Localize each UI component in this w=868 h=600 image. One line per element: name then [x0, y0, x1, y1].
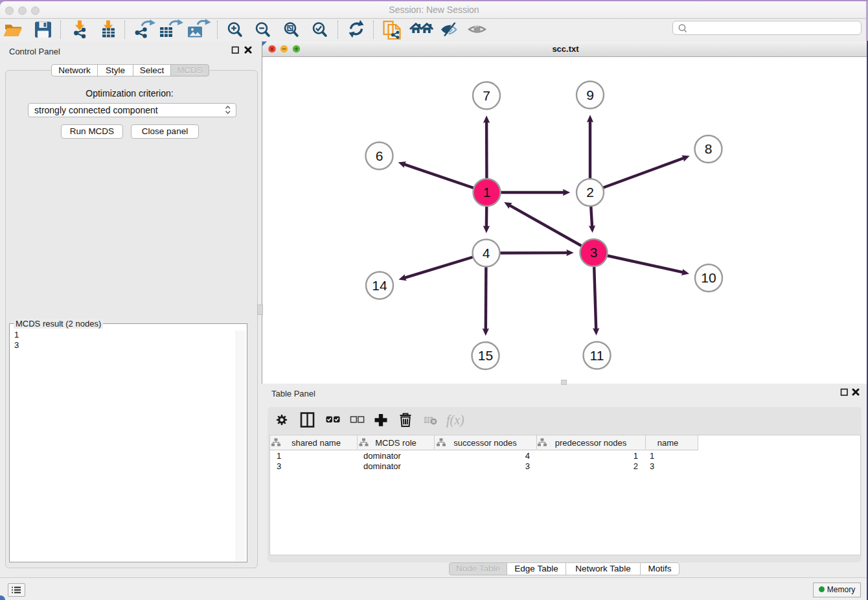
svg-text:successor nodes: successor nodes [453, 438, 517, 448]
svg-text:name: name [657, 438, 679, 448]
svg-text:2: 2 [586, 185, 594, 200]
svg-text:9: 9 [586, 87, 594, 102]
svg-text:8: 8 [705, 141, 713, 156]
svg-text:7: 7 [483, 88, 490, 103]
svg-text:MCDS role: MCDS role [375, 438, 417, 448]
svg-text:11: 11 [590, 348, 604, 363]
svg-text:14: 14 [372, 278, 387, 293]
svg-text:4: 4 [483, 246, 490, 260]
svg-text:6: 6 [376, 148, 383, 163]
svg-text:10: 10 [701, 270, 716, 285]
svg-text:predecessor nodes: predecessor nodes [555, 438, 627, 448]
svg-text:f(x): f(x) [446, 413, 464, 428]
svg-text:shared name: shared name [291, 438, 341, 448]
svg-text:3: 3 [590, 245, 598, 260]
svg-text:1: 1 [483, 185, 491, 200]
svg-text:15: 15 [478, 348, 493, 363]
